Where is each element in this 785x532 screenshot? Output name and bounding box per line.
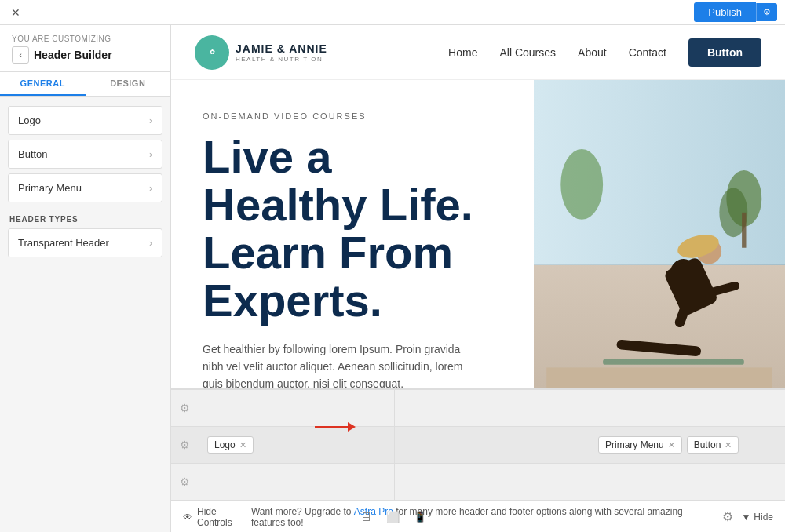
- close-button[interactable]: ✕: [8, 5, 24, 20]
- publish-settings-button[interactable]: ⚙: [756, 3, 777, 21]
- button-tag-close[interactable]: ✕: [725, 440, 732, 450]
- section-header-types: HEADER TYPES: [8, 207, 162, 228]
- row-handle-2[interactable]: ⚙: [171, 427, 199, 463]
- builder-cell-1-1[interactable]: [199, 390, 395, 426]
- tablet-icon[interactable]: ⬜: [386, 511, 400, 523]
- sidebar-title-row: ‹ Header Builder: [12, 46, 159, 64]
- logo-tag[interactable]: Logo ✕: [207, 436, 254, 454]
- sidebar-tabs: GENERAL DESIGN: [0, 72, 170, 97]
- settings-icon[interactable]: ⚙: [722, 509, 733, 524]
- builder-cell-1-2[interactable]: [395, 390, 590, 426]
- sidebar-item-button[interactable]: Button ›: [8, 140, 162, 169]
- hero-image-bg: [534, 80, 785, 388]
- hide-controls-label: Hide Controls: [197, 506, 251, 528]
- logo-circle: ✿: [195, 35, 229, 70]
- primary-menu-tag[interactable]: Primary Menu ✕: [598, 436, 682, 454]
- nav-all-courses[interactable]: All Courses: [499, 46, 556, 59]
- desktop-icon[interactable]: 🖥: [360, 510, 372, 524]
- logo-subtext: HEALTH & NUTRITION: [236, 56, 327, 63]
- publish-group: Publish ⚙: [694, 2, 777, 22]
- tab-design[interactable]: DESIGN: [86, 72, 171, 96]
- nav-home[interactable]: Home: [448, 46, 477, 59]
- builder-row-1: ⚙: [171, 390, 785, 427]
- logo-tag-label: Logo: [214, 439, 236, 450]
- arrow-tip: [348, 422, 356, 432]
- sidebar-item-primary-menu[interactable]: Primary Menu ›: [8, 173, 162, 202]
- hero-description: Get healthier by following lorem Ipsum. …: [203, 341, 469, 388]
- nav-about[interactable]: About: [578, 46, 607, 59]
- svg-rect-0: [546, 367, 772, 388]
- builder-cell-3-1[interactable]: [199, 464, 395, 500]
- upgrade-text: Want more? Upgrade to Astra Pro for many…: [251, 506, 715, 528]
- sidebar-item-transparent-header[interactable]: Transparent Header ›: [8, 228, 162, 257]
- yoga-figure-svg: [534, 142, 785, 388]
- bottom-center: 🖥 ⬜ 📱: [360, 510, 426, 524]
- sidebar-item-logo[interactable]: Logo ›: [8, 106, 162, 135]
- hero-eyebrow: ON-DEMAND VIDEO COURSES: [203, 111, 502, 121]
- builder-cell-3-2[interactable]: [395, 464, 590, 500]
- builder-cell-3-3[interactable]: [590, 464, 785, 500]
- logo-text-block: JAMIE & ANNIE HEALTH & NUTRITION: [236, 42, 327, 63]
- nav-button[interactable]: Button: [688, 38, 761, 67]
- builder-cell-1-3[interactable]: [590, 390, 785, 426]
- chevron-icon: ›: [149, 149, 152, 160]
- hide-controls-button[interactable]: 👁 Hide Controls: [183, 506, 251, 528]
- back-button[interactable]: ‹: [12, 46, 29, 64]
- settings-icon: ⚙: [763, 7, 771, 16]
- row-handle-1[interactable]: ⚙: [171, 390, 199, 426]
- hero-title: Live aHealthy Life.Learn FromExperts.: [203, 133, 502, 325]
- bottom-left: 👁 Hide Controls: [183, 506, 251, 528]
- builder-cell-2-3[interactable]: Primary Menu ✕ Button ✕: [590, 427, 785, 463]
- chevron-icon: ›: [149, 115, 152, 126]
- primary-menu-tag-label: Primary Menu: [605, 439, 664, 450]
- nav-contact[interactable]: Contact: [629, 46, 666, 59]
- builder-section: ⚙ ⚙ Logo ✕: [171, 388, 785, 501]
- site-header-preview: ✿ JAMIE & ANNIE HEALTH & NUTRITION Home …: [171, 25, 785, 80]
- primary-menu-tag-close[interactable]: ✕: [668, 440, 675, 450]
- hero-image: [534, 80, 785, 388]
- arrow-body: [315, 426, 348, 428]
- svg-rect-8: [603, 359, 744, 364]
- row-cells-1: [199, 390, 785, 426]
- site-logo: ✿ JAMIE & ANNIE HEALTH & NUTRITION: [195, 35, 327, 70]
- logo-tag-close[interactable]: ✕: [239, 440, 246, 450]
- top-bar: ✕ Publish ⚙: [0, 0, 785, 25]
- sidebar-breadcrumb: You are customizing: [12, 35, 159, 43]
- logo-text: JAMIE & ANNIE: [236, 42, 327, 56]
- builder-row-2: ⚙ Logo ✕ Primary Menu ✕: [171, 427, 785, 464]
- builder-rows-container: ⚙ ⚙ Logo ✕: [171, 390, 785, 501]
- bottom-bar: 👁 Hide Controls 🖥 ⬜ 📱 Want more? Upgrade…: [171, 501, 785, 532]
- sidebar: You are customizing ‹ Header Builder GEN…: [0, 25, 171, 532]
- sidebar-header: You are customizing ‹ Header Builder: [0, 25, 170, 72]
- button-tag[interactable]: Button ✕: [687, 436, 739, 454]
- row-cells-2: Logo ✕ Primary Menu ✕ Button: [199, 427, 785, 463]
- svg-rect-7: [663, 256, 718, 317]
- hero-section: ON-DEMAND VIDEO COURSES Live aHealthy Li…: [171, 80, 785, 388]
- svg-rect-11: [742, 212, 746, 247]
- row-cells-3: [199, 464, 785, 500]
- svg-rect-4: [616, 339, 701, 356]
- publish-button[interactable]: Publish: [694, 2, 756, 22]
- builder-row-3: ⚙: [171, 464, 785, 501]
- sidebar-title: Header Builder: [34, 49, 112, 61]
- row-handle-3[interactable]: ⚙: [171, 464, 199, 500]
- eye-icon: 👁: [183, 512, 192, 523]
- hide-button[interactable]: ▼ Hide: [741, 512, 773, 523]
- close-icon: ✕: [11, 6, 20, 19]
- site-nav: Home All Courses About Contact Button: [448, 38, 761, 67]
- preview-area: ✿ JAMIE & ANNIE HEALTH & NUTRITION Home …: [171, 25, 785, 532]
- mobile-icon[interactable]: 📱: [414, 511, 426, 523]
- main-layout: You are customizing ‹ Header Builder GEN…: [0, 25, 785, 532]
- tab-general[interactable]: GENERAL: [0, 72, 86, 96]
- arrow-indicator: [315, 422, 356, 432]
- back-icon: ‹: [19, 50, 22, 60]
- button-tag-label: Button: [694, 439, 721, 450]
- builder-cell-2-2[interactable]: [395, 427, 590, 463]
- builder-cell-2-1[interactable]: Logo ✕: [199, 427, 395, 463]
- hide-label: Hide: [754, 512, 773, 523]
- chevron-icon: ›: [149, 238, 152, 249]
- sidebar-items: Logo › Button › Primary Menu › HEADER TY…: [0, 97, 170, 532]
- hero-content: ON-DEMAND VIDEO COURSES Live aHealthy Li…: [171, 80, 534, 388]
- logo-initial: ✿: [210, 49, 215, 56]
- svg-point-12: [560, 149, 603, 220]
